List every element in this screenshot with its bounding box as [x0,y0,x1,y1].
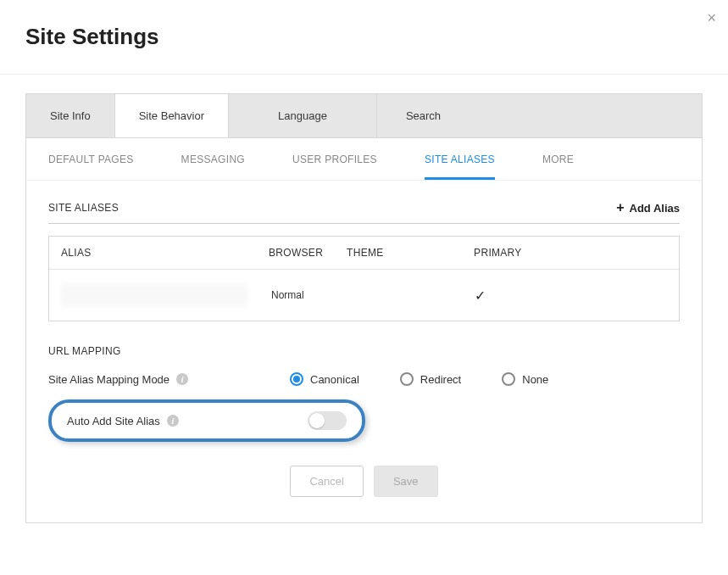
th-theme: THEME [335,237,462,269]
toggle-knob [309,413,325,428]
th-alias: ALIAS [49,237,257,269]
radio-none-label: None [522,373,548,386]
header-divider [0,74,728,75]
add-alias-button[interactable]: + Add Alias [616,201,680,215]
auto-add-site-alias-row: Auto Add Site Alias i [48,399,365,442]
subtab-default-pages[interactable]: DEFAULT PAGES [48,138,134,180]
info-icon[interactable]: i [176,373,188,385]
primary-tabs: Site Info Site Behavior Language Search [26,94,702,138]
plus-icon: + [616,201,624,215]
settings-panel: Site Info Site Behavior Language Search … [25,93,703,523]
td-alias [49,273,259,317]
mapping-mode-radios: Canonical Redirect None [290,372,548,386]
site-aliases-title: SITE ALIASES [48,202,119,214]
radio-canonical[interactable]: Canonical [290,372,359,386]
close-icon[interactable]: × [707,10,716,25]
subtab-messaging[interactable]: MESSAGING [181,138,245,180]
auto-add-label: Auto Add Site Alias [67,415,160,427]
table-header-row: ALIAS BROWSER THEME PRIMARY [49,237,679,270]
secondary-tabs: DEFAULT PAGES MESSAGING USER PROFILES SI… [26,138,702,181]
add-alias-label: Add Alias [630,202,680,215]
tab-site-behavior[interactable]: Site Behavior [115,94,229,137]
mapping-mode-row: Site Alias Mapping Mode i Canonical Redi… [48,372,680,386]
table-row[interactable]: Normal ✓ [49,270,679,321]
subtab-user-profiles[interactable]: USER PROFILES [292,138,377,180]
tab-language[interactable]: Language [229,94,377,137]
radio-canonical-label: Canonical [310,373,359,386]
info-icon[interactable]: i [167,415,179,427]
td-primary: ✓ [463,277,564,314]
alias-table: ALIAS BROWSER THEME PRIMARY Normal ✓ [48,236,680,321]
th-browser: BROWSER [257,237,335,269]
radio-none[interactable]: None [502,372,548,386]
form-actions: Cancel Save [48,466,680,497]
subtab-more[interactable]: MORE [542,138,574,180]
tab-search[interactable]: Search [377,94,470,137]
radio-redirect[interactable]: Redirect [400,372,461,386]
site-aliases-section-header: SITE ALIASES + Add Alias [48,201,680,224]
tab-site-info[interactable]: Site Info [26,94,115,137]
td-browser: Normal [259,279,336,311]
page-title: Site Settings [25,24,703,50]
check-icon: ✓ [475,288,486,303]
mapping-mode-label: Site Alias Mapping Mode [48,373,169,386]
url-mapping-title: URL MAPPING [48,345,680,357]
td-theme [336,285,463,305]
th-primary: PRIMARY [462,237,564,269]
save-button[interactable]: Save [374,466,438,497]
radio-redirect-label: Redirect [420,373,461,386]
auto-add-toggle[interactable] [308,411,347,430]
alias-redacted [61,283,247,307]
subtab-site-aliases[interactable]: SITE ALIASES [425,138,495,180]
cancel-button[interactable]: Cancel [290,466,363,497]
